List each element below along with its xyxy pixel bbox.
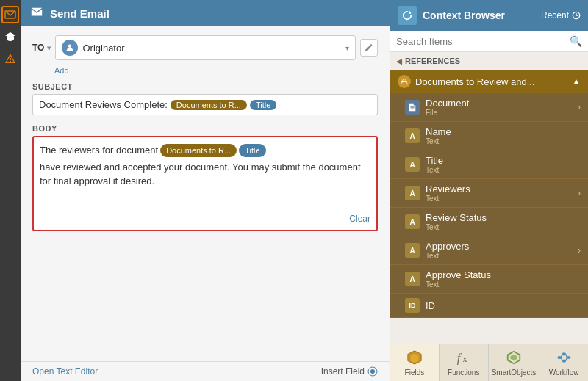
tab-functions[interactable]: f x Functions bbox=[440, 344, 489, 381]
cb-sync-button[interactable] bbox=[398, 6, 417, 25]
main-area: Send Email TO ▾ Originator ▾ bbox=[21, 0, 390, 381]
footer-bar: Open Text Editor Insert Field bbox=[21, 361, 390, 381]
svg-rect-19 bbox=[562, 360, 566, 363]
document-arrow: › bbox=[578, 102, 581, 112]
svg-line-24 bbox=[566, 358, 567, 361]
body-label: BODY bbox=[32, 124, 378, 133]
name-type-icon: A bbox=[405, 128, 420, 143]
tree-item-approve-status[interactable]: A Approve Status Text bbox=[390, 265, 588, 294]
workflow-tab-icon bbox=[555, 349, 573, 366]
svg-line-23 bbox=[566, 354, 567, 358]
body-prefix: The reviewers for document bbox=[40, 143, 158, 158]
tab-fields[interactable]: Fields bbox=[390, 344, 440, 381]
smartobjects-tab-icon bbox=[505, 349, 523, 366]
svg-rect-20 bbox=[567, 356, 571, 359]
title-info: Title Text bbox=[426, 155, 581, 174]
svg-point-3 bbox=[370, 369, 375, 374]
svg-point-1 bbox=[68, 45, 72, 48]
insert-field-button[interactable]: Insert Field bbox=[321, 366, 378, 377]
tree-item-id[interactable]: ID ID bbox=[390, 294, 588, 318]
tree-item-approvers[interactable]: A Approvers Text › bbox=[390, 236, 588, 265]
fields-tab-icon bbox=[406, 349, 423, 366]
body-field[interactable]: The reviewers for document Documents to … bbox=[32, 136, 378, 231]
subject-field[interactable]: Document Reviews Complete: Documents to … bbox=[32, 94, 378, 115]
references-label: REFERENCES bbox=[405, 57, 460, 65]
body-suffix: have reviewed and accepted your document… bbox=[40, 160, 370, 189]
approve-status-field-name: Approve Status bbox=[426, 269, 581, 280]
active-node-text: Documents to Review and... bbox=[415, 76, 567, 87]
approve-status-info: Approve Status Text bbox=[426, 269, 581, 289]
reviewers-type-icon: A bbox=[405, 186, 420, 200]
reviewers-field-name: Reviewers bbox=[426, 184, 572, 195]
send-email-icon bbox=[29, 6, 44, 21]
review-status-field-type: Text bbox=[426, 223, 581, 231]
svg-point-6 bbox=[401, 81, 404, 83]
functions-tab-icon: f x bbox=[455, 349, 473, 366]
add-link[interactable]: Add bbox=[54, 66, 378, 75]
subject-prefix: Document Reviews Complete: bbox=[39, 99, 168, 110]
document-type-icon bbox=[405, 100, 420, 115]
references-header: ◀ REFERENCES bbox=[390, 52, 588, 70]
tree-item-title[interactable]: A Title Text bbox=[390, 150, 588, 179]
cb-search-bar: 🔍 bbox=[390, 31, 588, 52]
tree-item-name[interactable]: A Name Text bbox=[390, 122, 588, 150]
body-token-1[interactable]: Documents to R... bbox=[160, 144, 237, 158]
send-email-header: Send Email bbox=[21, 0, 390, 26]
sidebar-email-icon[interactable] bbox=[1, 6, 19, 23]
to-edit-button[interactable] bbox=[360, 39, 378, 57]
reviewers-info: Reviewers Text bbox=[426, 184, 572, 203]
context-browser-header: Context Browser Recent bbox=[390, 0, 588, 31]
approve-status-type-icon: A bbox=[405, 272, 420, 286]
cb-recent-label: Recent bbox=[541, 10, 569, 21]
svg-rect-18 bbox=[562, 353, 566, 356]
name-field-name: Name bbox=[426, 126, 581, 137]
name-info: Name Text bbox=[426, 126, 581, 145]
to-field[interactable]: Originator ▾ bbox=[55, 35, 356, 60]
approve-status-field-type: Text bbox=[426, 280, 581, 289]
title-type-icon: A bbox=[405, 157, 420, 172]
insert-field-label: Insert Field bbox=[321, 366, 365, 377]
body-token-2[interactable]: Title bbox=[239, 144, 265, 158]
body-text: The reviewers for document Documents to … bbox=[40, 143, 370, 189]
tab-smartobjects[interactable]: SmartObjects bbox=[489, 344, 540, 381]
approvers-info: Approvers Text bbox=[426, 241, 572, 260]
cb-search-input[interactable] bbox=[396, 36, 565, 47]
id-field-name: ID bbox=[426, 300, 581, 311]
svg-line-21 bbox=[561, 354, 562, 358]
user-icon bbox=[62, 40, 78, 56]
svg-line-22 bbox=[561, 358, 562, 361]
tree-item-document[interactable]: Document File › bbox=[390, 93, 588, 122]
document-type: File bbox=[426, 109, 572, 117]
subject-token-1[interactable]: Documents to R... bbox=[171, 100, 247, 110]
active-node-chevron: ▲ bbox=[572, 76, 581, 87]
subject-token-2[interactable]: Title bbox=[250, 100, 276, 110]
to-dropdown-chevron[interactable]: ▾ bbox=[345, 44, 349, 52]
clear-button[interactable]: Clear bbox=[349, 212, 370, 225]
id-info: ID bbox=[426, 300, 581, 311]
review-status-info: Review Status Text bbox=[426, 212, 581, 231]
smartobjects-tab-label: SmartObjects bbox=[492, 369, 537, 377]
cb-recent-button[interactable]: Recent bbox=[541, 10, 581, 21]
tree-item-review-status[interactable]: A Review Status Text bbox=[390, 208, 588, 236]
sidebar-learn-icon[interactable] bbox=[1, 28, 19, 46]
context-browser-title: Context Browser bbox=[423, 10, 505, 21]
open-text-editor-link[interactable]: Open Text Editor bbox=[32, 366, 98, 377]
reviewers-field-type: Text bbox=[426, 195, 572, 203]
send-email-title: Send Email bbox=[50, 7, 110, 20]
tab-workflow[interactable]: Workflow bbox=[539, 344, 588, 381]
document-info: Document File bbox=[426, 98, 572, 117]
context-browser-panel: Context Browser Recent 🔍 ◀ REFERENCES bbox=[390, 0, 588, 381]
sidebar-alerts-icon[interactable] bbox=[1, 50, 19, 68]
cb-header-left: Context Browser bbox=[398, 6, 505, 25]
references-collapse-icon[interactable]: ◀ bbox=[396, 57, 402, 65]
to-label: TO ▾ bbox=[32, 43, 51, 53]
id-type-icon: ID bbox=[405, 298, 420, 313]
approvers-field-type: Text bbox=[426, 252, 572, 260]
svg-text:f: f bbox=[457, 351, 462, 365]
cb-body: ◀ REFERENCES Documents to Review and... … bbox=[390, 52, 588, 344]
tree-item-reviewers[interactable]: A Reviewers Text › bbox=[390, 179, 588, 208]
to-row: TO ▾ Originator ▾ bbox=[32, 35, 378, 60]
functions-tab-label: Functions bbox=[448, 369, 479, 377]
active-node[interactable]: Documents to Review and... ▲ bbox=[390, 70, 588, 93]
search-icon: 🔍 bbox=[570, 35, 582, 47]
